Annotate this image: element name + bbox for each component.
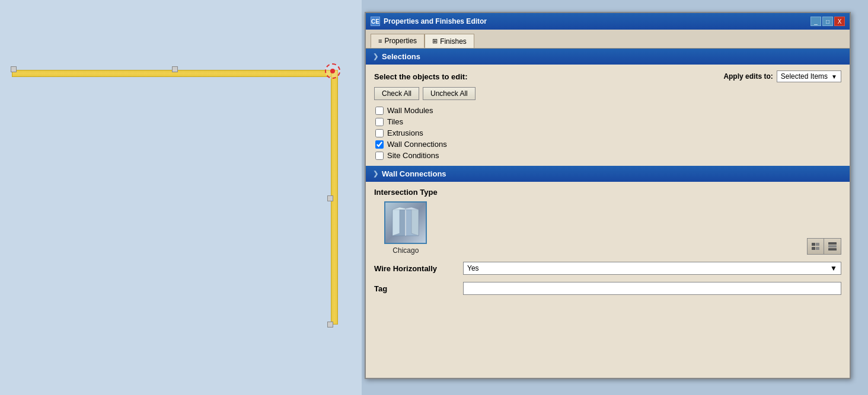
wall-connections-chevron-icon: ❯ [373, 170, 378, 178]
wall-modules-checkbox[interactable] [375, 107, 384, 115]
checkbox-wall-modules: Wall Modules [375, 106, 841, 115]
apply-edits-label: Apply edits to: [723, 72, 773, 81]
wall-v-handle-bottom[interactable] [327, 322, 333, 327]
selections-section-label: Selections [382, 52, 420, 61]
wire-horizontally-label: Wire Horizontally [374, 264, 457, 273]
checkbox-tiles: Tiles [375, 117, 841, 126]
svg-rect-9 [812, 247, 815, 250]
minimize-button[interactable]: _ [810, 17, 821, 26]
tabs-bar: ≡ Properties ⊞ Finishes [366, 30, 850, 49]
apply-edits-group: Apply edits to: Selected Items ▼ [723, 70, 841, 82]
checkbox-list: Wall Modules Tiles Extrusions Wall Conne… [374, 106, 841, 160]
tab-finishes[interactable]: ⊞ Finishes [425, 34, 474, 48]
panel-content: ❯ Selections Select the objects to edit:… [366, 49, 850, 301]
corner-marker[interactable] [325, 63, 340, 79]
intersection-type-group: Intersection Type [374, 188, 438, 255]
check-all-button[interactable]: Check All [374, 87, 419, 100]
view-toggle [807, 238, 841, 255]
extrusions-checkbox[interactable] [375, 129, 384, 137]
intersection-type-label: Intersection Type [374, 188, 438, 197]
corner-dot [330, 69, 335, 73]
wall-connections-section-header: ❯ Wall Connections [366, 166, 850, 182]
finishes-tab-label: Finishes [440, 37, 467, 46]
wall-handle-left[interactable] [11, 66, 17, 72]
apply-edits-dropdown[interactable]: Selected Items ▼ [777, 70, 841, 82]
wire-horizontally-arrow-icon: ▼ [830, 264, 837, 272]
corner-circle [325, 63, 340, 79]
apply-edits-arrow-icon: ▼ [831, 73, 837, 80]
intersection-type-row: Intersection Type [374, 188, 841, 255]
select-objects-label: Select the objects to edit: [374, 72, 467, 81]
checkbox-extrusions: Extrusions [375, 129, 841, 137]
chicago-tile[interactable]: Chicago [374, 201, 438, 255]
properties-tab-label: Properties [384, 37, 417, 45]
cad-canvas [0, 0, 362, 395]
chicago-corner-svg [387, 204, 425, 242]
selections-area: Select the objects to edit: Apply edits … [366, 65, 850, 166]
select-objects-row: Select the objects to edit: Apply edits … [374, 70, 841, 82]
svg-rect-13 [828, 248, 837, 251]
wire-horizontally-row: Wire Horizontally Yes ▼ [374, 262, 841, 275]
wire-horizontally-dropdown[interactable]: Yes ▼ [463, 262, 841, 275]
window-controls: _ □ X [810, 17, 845, 26]
site-conditions-checkbox[interactable] [375, 152, 384, 160]
app-icon: CE [371, 17, 380, 26]
tag-label: Tag [374, 284, 457, 293]
tag-input[interactable] [463, 282, 841, 295]
selections-chevron-icon: ❯ [373, 53, 378, 60]
tab-properties[interactable]: ≡ Properties [371, 34, 425, 48]
finishes-tab-icon: ⊞ [432, 37, 438, 45]
title-bar: CE Properties and Finishes Editor _ □ X [366, 13, 850, 30]
svg-rect-7 [812, 243, 815, 246]
site-conditions-label: Site Conditions [387, 151, 439, 160]
properties-tab-icon: ≡ [378, 37, 382, 44]
chicago-image [384, 201, 427, 244]
uncheck-all-button[interactable]: Uncheck All [423, 87, 476, 100]
list-view-icon [811, 242, 821, 251]
extrusions-label: Extrusions [387, 129, 423, 137]
svg-rect-11 [828, 242, 837, 245]
tag-row: Tag [374, 282, 841, 295]
tiles-label: Tiles [387, 117, 403, 126]
wire-horizontally-value: Yes [467, 264, 479, 272]
window-title: Properties and Finishes Editor [384, 17, 810, 25]
tiles-checkbox[interactable] [375, 118, 384, 126]
list-view-button[interactable] [808, 239, 824, 254]
svg-marker-3 [411, 207, 419, 236]
wall-connections-area: Intersection Type [366, 182, 850, 301]
properties-panel: CE Properties and Finishes Editor _ □ X … [365, 12, 851, 379]
close-button[interactable]: X [834, 17, 845, 26]
wall-handle-mid[interactable] [172, 66, 178, 72]
checkbox-wall-connections: Wall Connections [375, 140, 841, 149]
maximize-button[interactable]: □ [822, 17, 833, 26]
svg-rect-12 [828, 245, 837, 248]
wall-modules-label: Wall Modules [387, 106, 433, 115]
chicago-label: Chicago [392, 246, 419, 255]
selections-section-header: ❯ Selections [366, 49, 850, 65]
apply-edits-value: Selected Items [781, 72, 828, 81]
svg-marker-2 [392, 207, 400, 236]
svg-marker-6 [406, 207, 419, 210]
checkbox-site-conditions: Site Conditions [375, 151, 841, 160]
svg-rect-10 [816, 247, 819, 250]
check-buttons-row: Check All Uncheck All [374, 87, 841, 100]
grid-view-button[interactable] [824, 239, 841, 254]
wall-connections-label: Wall Connections [387, 140, 447, 149]
grid-view-icon [828, 242, 837, 251]
wall-connections-section-label: Wall Connections [382, 169, 446, 178]
svg-marker-5 [392, 207, 406, 210]
wall-connections-checkbox[interactable] [375, 140, 384, 149]
wall-v-handle-mid[interactable] [327, 195, 333, 201]
svg-rect-8 [816, 243, 819, 246]
